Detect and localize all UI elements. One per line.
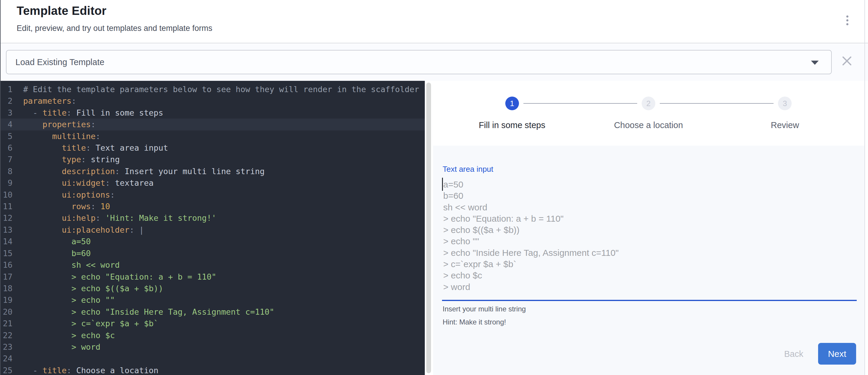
line-number: 24 [0, 353, 12, 364]
code-line: 8 description: Insert your multi line st… [0, 165, 425, 177]
step-number-badge: 2 [642, 97, 655, 110]
next-button[interactable]: Next [818, 343, 856, 365]
code-line: 21 > c=`expr $a + $b` [0, 318, 425, 329]
code-line: 24 [0, 353, 425, 364]
kebab-dot [846, 19, 848, 21]
line-number: 10 [0, 189, 12, 200]
stepper-step-1[interactable]: 1Fill in some steps [444, 97, 580, 130]
code-text: > word [23, 342, 100, 351]
step-number-badge: 3 [778, 97, 792, 110]
code-text: > echo $(($a + $b)) [23, 284, 163, 293]
textarea-input[interactable]: a=50b=60sh << word> echo "Equation: a + … [443, 179, 619, 293]
line-number: 3 [0, 107, 12, 119]
stepper-connector [523, 103, 637, 104]
code-text: - title: Choose a location [23, 366, 158, 375]
textarea-line: > c=`expr $a + $b` [443, 258, 619, 270]
code-text: properties: [23, 120, 96, 129]
code-text: multiline: [23, 132, 100, 141]
code-line: 2parameters: [0, 95, 425, 107]
page-subtitle: Edit, preview, and try out templates and… [17, 24, 212, 33]
code-text: ui:options: [23, 190, 115, 199]
field-description: Insert your multi line string [443, 305, 526, 313]
code-text: title: Text area input [23, 143, 168, 152]
code-line: 5 multiline: [0, 130, 425, 142]
code-text: rows: 10 [23, 202, 110, 211]
code-line: 17 > echo "Equation: a + b = 110" [0, 271, 425, 283]
code-text: ui:widget: textarea [23, 178, 154, 187]
line-number: 7 [0, 154, 12, 165]
step-label: Choose a location [580, 120, 716, 130]
stepper-step-2[interactable]: 2Choose a location [580, 97, 716, 130]
line-number: 2 [0, 95, 12, 107]
line-number: 6 [0, 142, 12, 154]
line-number: 21 [0, 318, 12, 329]
code-text: description: Insert your multi line stri… [23, 167, 265, 176]
field-help-hint: Hint: Make it strong! [443, 318, 506, 326]
line-number: 17 [0, 271, 12, 283]
textarea-line: sh << word [443, 202, 619, 213]
yaml-code-editor[interactable]: 1# Edit the template parameters below to… [0, 81, 425, 375]
textarea-focus-underline [442, 300, 857, 301]
code-line: 6 title: Text area input [0, 142, 425, 154]
code-line: 15 b=60 [0, 248, 425, 259]
code-line: 14 a=50 [0, 236, 425, 247]
scrollbar-thumb[interactable] [426, 83, 431, 373]
line-number: 1 [0, 84, 12, 95]
step-label: Fill in some steps [444, 120, 580, 130]
code-line: 16 sh << word [0, 259, 425, 271]
line-number: 13 [0, 224, 12, 236]
textarea-line: a=50 [443, 179, 619, 190]
template-editor-page: Template Editor Edit, preview, and try o… [0, 0, 868, 375]
code-text: parameters: [23, 96, 76, 105]
code-line: 19 > echo "" [0, 294, 425, 306]
code-line: 22 > echo $c [0, 330, 425, 341]
stepper-step-3[interactable]: 3Review [717, 97, 853, 130]
select-value: Load Existing Template [16, 51, 104, 74]
code-line: 18 > echo $(($a + $b)) [0, 283, 425, 294]
page-left-border [0, 0, 1, 375]
code-text: # Edit the template parameters below to … [23, 85, 425, 94]
code-text: ui:placeholder: | [23, 225, 144, 235]
line-number: 5 [0, 130, 12, 142]
code-lines-container: 1# Edit the template parameters below to… [0, 84, 425, 375]
step-number-badge: 1 [505, 97, 519, 110]
line-number: 18 [0, 283, 12, 294]
textarea-line: > echo "Equation: a + b = 110" [443, 213, 619, 224]
page-title: Template Editor [17, 4, 106, 18]
code-line: 11 rows: 10 [0, 200, 425, 212]
code-line: 10 ui:options: [0, 189, 425, 200]
line-number: 8 [0, 165, 12, 177]
line-number: 16 [0, 259, 12, 271]
load-existing-template-select[interactable]: Load Existing Template [6, 50, 832, 74]
code-line: 4 properties: [0, 119, 425, 130]
textarea-field-label: Text area input [443, 165, 493, 174]
step-label: Review [717, 120, 853, 130]
code-line: 13 ui:placeholder: | [0, 224, 425, 236]
line-number: 14 [0, 236, 12, 247]
code-line: 12 ui:help: 'Hint: Make it strong!' [0, 212, 425, 224]
textarea-line: > echo "Inside Here Tag, Assignment c=11… [443, 247, 619, 258]
kebab-dot [846, 15, 848, 18]
code-text: > echo $c [23, 331, 115, 340]
textarea-line: b=60 [443, 190, 619, 201]
more-options-kebab-icon[interactable] [844, 15, 850, 29]
close-x-icon [841, 55, 853, 67]
line-number: 4 [0, 119, 12, 130]
back-button[interactable]: Back [773, 347, 814, 361]
code-line: 9 ui:widget: textarea [0, 177, 425, 189]
code-text: > echo "" [23, 295, 115, 305]
stepper-connector [660, 103, 774, 104]
textarea-line: > echo $(($a + $b)) [443, 224, 619, 236]
line-number: 15 [0, 248, 12, 259]
text-cursor-caret [442, 178, 443, 191]
code-text: > echo "Inside Here Tag, Assignment c=11… [23, 307, 274, 316]
editor-scrollbar[interactable] [425, 81, 433, 375]
kebab-dot [846, 23, 848, 25]
chevron-down-icon [811, 61, 819, 65]
code-line: 1# Edit the template parameters below to… [0, 84, 425, 95]
clear-selection-button[interactable] [841, 55, 853, 67]
line-number: 22 [0, 330, 12, 341]
code-text: > c=`expr $a + $b` [23, 319, 158, 328]
line-number: 23 [0, 341, 12, 353]
template-toolbar: Load Existing Template [0, 44, 868, 81]
